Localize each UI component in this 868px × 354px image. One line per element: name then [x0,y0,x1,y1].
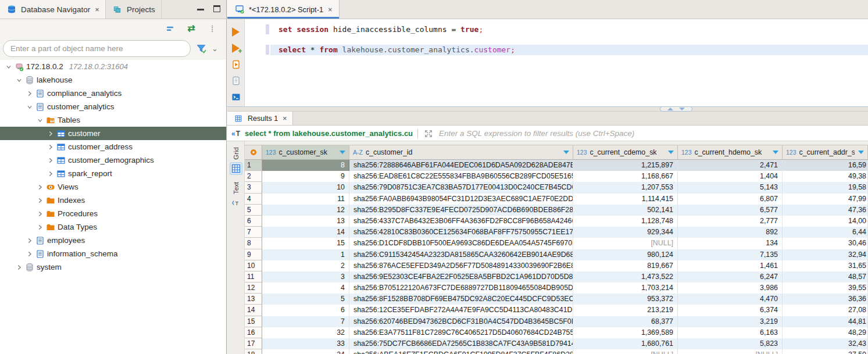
tree-item-system[interactable]: system [0,260,226,274]
row-number[interactable]: 3 [245,182,262,193]
cell-c_customer_sk[interactable]: 13 [262,216,349,227]
cell-c_current_hdemo_sk[interactable]: 2,777 [678,216,783,227]
cell-c_customer_sk[interactable]: 9 [262,171,349,182]
cell-c_customer_id[interactable]: sha256:876ACE5EFED349A2D56F77D5084891433… [349,260,573,271]
tree-item-lakehouse[interactable]: lakehouse [0,73,226,87]
cell-c_customer_sk[interactable]: 10 [262,182,349,193]
cell-c_customer_sk[interactable]: 12 [262,205,349,216]
chevron-down-icon[interactable] [24,103,34,111]
splitter-handle[interactable] [660,106,692,112]
tree-item-employees[interactable]: employees [0,234,226,247]
row-number[interactable]: 17 [245,338,262,349]
more-options-icon[interactable]: ⁞ [206,23,218,34]
tree-item-procedures[interactable]: Procedures [0,207,226,220]
cell-c_customer_id[interactable]: sha256:EAD8E61C8C22E555834FBBA9B60556CB2… [349,171,573,182]
cell-c_customer_sk[interactable]: 15 [262,238,349,249]
filter-funnel-icon[interactable] [195,42,207,54]
code-area[interactable]: set session hide_inaccessible_columns = … [270,19,868,106]
row-number[interactable]: 1 [245,160,262,171]
tree-item-data-types[interactable]: Data Types [0,220,226,234]
cell-c_customer_id[interactable]: sha256:FA0ABB6943B98054FC31D12D3E3AEC689… [349,194,573,205]
text-view-icon[interactable]: T [230,196,242,209]
expand-filter-icon[interactable] [423,128,434,140]
cell-c_customer_id[interactable]: sha256:4337C7AB6432E3B06FF4A3636FD2F8CC8… [349,216,573,227]
chevron-right-icon[interactable] [24,90,34,98]
cell-c_current_hdemo_sk[interactable]: 1,404 [678,171,783,182]
chevron-right-icon[interactable] [35,183,45,191]
cell-c_current_cdemo_sk[interactable]: 953,372 [573,294,678,305]
chevron-right-icon[interactable] [45,156,55,165]
cell-c_current_hdemo_sk[interactable]: 7,135 [678,249,783,260]
row-number[interactable]: 4 [245,194,262,205]
cell-c_current_hdemo_sk[interactable]: 3,219 [678,316,783,327]
cell-c_current_cdemo_sk[interactable]: 1,703,214 [573,283,678,294]
cell-c_customer_id[interactable]: sha256:75DC7FCB6686EDA72565C1B838CA7FC43… [349,338,573,349]
close-icon[interactable]: × [95,5,99,14]
select-all-corner[interactable] [245,145,262,159]
cell-c_customer_id[interactable]: sha256:B705122120A673FC7DE6889727DB11809… [349,283,573,294]
cell-c_current_addr_sk[interactable]: 19,58 [783,182,868,193]
cell-c_current_addr_sk[interactable]: 30,46 [783,238,868,249]
code-line-2[interactable] [270,35,868,45]
explain-plan-icon[interactable] [231,76,241,85]
cell-c_current_addr_sk[interactable]: 16,59 [783,160,868,171]
cell-c_current_cdemo_sk[interactable]: 1,215,897 [573,160,678,171]
cell-c_customer_id[interactable]: sha256:8F1528BB708DF69EB475DC92A8C20EC44… [349,294,573,305]
cell-c_current_addr_sk[interactable]: 48,29 [783,327,868,338]
column-header-c_current_hdemo_sk[interactable]: 123c_current_hdemo_sk [678,145,783,159]
cell-c_current_addr_sk[interactable]: 37,50 [783,349,868,354]
sort-dropdown-icon[interactable] [668,151,674,154]
chevron-right-icon[interactable] [45,170,55,178]
column-header-c_customer_sk[interactable]: 123c_customer_sk [262,145,349,159]
cell-c_current_hdemo_sk[interactable]: 6,247 [678,271,783,283]
chevron-right-icon[interactable] [35,196,45,205]
grid-view-icon[interactable] [230,162,242,175]
link-with-editor-icon[interactable]: ⇄ [185,23,197,34]
cell-c_current_addr_sk[interactable]: 47,36 [783,205,868,216]
tree-item-172.18.0.2[interactable]: 172.18.0.2172.18.0.2:31604 [0,60,226,73]
cell-c_current_cdemo_sk[interactable]: 213,219 [573,305,678,316]
execute-new-tab-icon[interactable]: + [231,43,241,53]
cell-c_current_cdemo_sk[interactable]: 929,344 [573,227,678,238]
minimize-icon[interactable] [197,9,204,10]
cell-c_current_hdemo_sk[interactable]: 5,143 [678,182,783,193]
cell-c_customer_sk[interactable]: 5 [262,294,349,305]
cell-c_customer_sk[interactable]: 32 [262,327,349,338]
execute-script-icon[interactable] [231,59,241,69]
chevron-down-icon[interactable] [14,76,24,84]
row-number[interactable]: 13 [245,294,262,305]
cell-c_current_addr_sk[interactable]: 32,94 [783,249,868,260]
cell-c_customer_id[interactable]: sha256:620746BED947362BCD6CF31B0A4C547DD… [349,316,573,327]
tab-results-1[interactable]: Results 1 × [227,112,293,125]
chevron-down-icon[interactable] [35,116,45,124]
row-number[interactable]: 16 [245,327,262,338]
cell-c_current_addr_sk[interactable]: 49,38 [783,171,868,182]
close-icon[interactable]: × [328,5,333,14]
editor-results-splitter[interactable] [227,106,868,112]
cell-c_customer_id[interactable]: sha256:42810C83B0360CE125634F068BAF8FF75… [349,227,573,238]
cell-c_customer_id[interactable]: sha256:C9115342454A2323DA815865CAA326064… [349,249,573,260]
cell-c_current_addr_sk[interactable]: 44,81 [783,316,868,327]
code-line-3[interactable]: select * from lakehouse.customer_analyti… [270,45,868,55]
cell-c_current_addr_sk[interactable]: 14,00 [783,216,868,227]
row-number[interactable]: 6 [245,216,262,227]
sort-dropdown-icon[interactable] [858,151,864,154]
cell-c_current_hdemo_sk[interactable]: 6,577 [678,205,783,216]
chevron-right-icon[interactable] [14,263,24,271]
cell-c_current_hdemo_sk[interactable]: 134 [678,238,783,249]
column-header-c_current_cdemo_sk[interactable]: 123c_current_cdemo_sk [573,145,678,159]
cell-c_current_cdemo_sk[interactable]: 1,473,522 [573,271,678,283]
cell-c_customer_id[interactable]: sha256:D1CDF8DBB10F500EA9693C86DE6DEAA05… [349,238,573,249]
code-line-1[interactable]: set session hide_inaccessible_columns = … [270,24,868,35]
cell-c_customer_id[interactable]: sha256:72888646ABF61FA044EDEC061D6DA5A09… [349,160,573,171]
row-number[interactable]: 15 [245,316,262,327]
object-search-input[interactable] [3,40,191,57]
cell-c_current_hdemo_sk[interactable]: 6,807 [678,194,783,205]
row-number[interactable]: 8 [245,238,262,249]
chevron-down-icon[interactable] [3,63,13,71]
cell-c_customer_id[interactable]: sha256:B295D8FC337E9E4FECD0725D907ACD6B6… [349,205,573,216]
text-view-label[interactable]: Text [233,182,240,194]
cell-c_current_cdemo_sk[interactable]: 819,667 [573,260,678,271]
tab-sql-script[interactable]: *<172.18.0.2> Script-1 × [227,0,340,19]
cell-c_customer_sk[interactable]: 14 [262,227,349,238]
